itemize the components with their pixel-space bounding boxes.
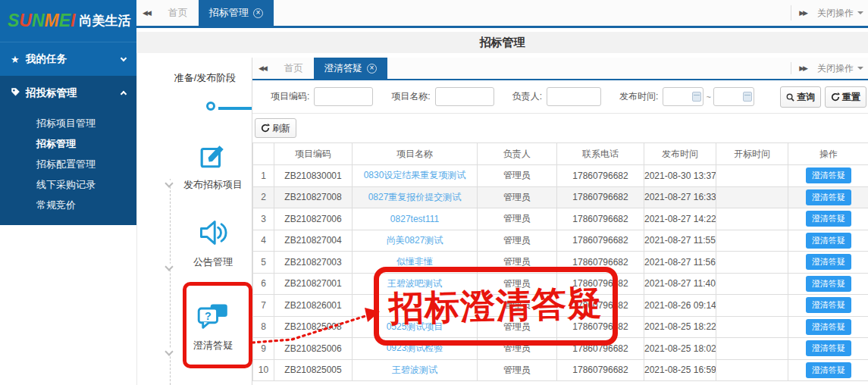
table-body: 1 ZB210830001 0830设定结果重复项测试 管理员 17860796… [253,165,868,381]
sidebar-item-label: 招投标管理 [26,86,121,100]
collapse-tabs-icon[interactable]: ◀◀ [252,64,274,72]
close-operations-dropdown[interactable]: 关闭操作 [817,7,863,20]
project-name-link[interactable]: 0827test111 [390,214,439,224]
star-icon: ★ [11,54,26,65]
project-code-cell: ZB210827006 [274,208,353,230]
col-index [253,143,274,165]
table-row: 7 ZB210826001 管理员 17860796682 2021-08-26… [253,295,868,317]
publish-time-cell: 2021-08-25 18:22 [644,316,716,338]
reset-button-label: 重置 [842,91,860,104]
owner-cell: 管理员 [478,208,557,230]
table-row: 5 ZB210827003 似懂非懂 管理员 17860796682 2021-… [253,252,868,274]
collapse-tabs-icon[interactable]: ◀◀ [136,9,158,17]
sidebar-item-bid-project-mgmt[interactable]: 招标项目管理 [0,113,136,133]
field-project-code: 项目编码: [271,87,373,106]
stage-step-label: 公告管理 [168,255,259,269]
clarify-action-button[interactable]: 澄清答疑 [806,362,851,378]
sidebar-item-my-tasks[interactable]: ★ 我的任务 [0,42,136,76]
calendar-icon[interactable] [692,92,701,102]
phone-cell: 17860796682 [557,359,644,381]
open-time-cell [716,252,788,274]
open-time-cell [716,359,788,381]
stage-step-clarification[interactable]: ? 澄清答疑 [168,303,259,352]
search-icon [786,93,794,102]
logo-letter: E [59,11,71,30]
reset-button[interactable]: 重置 [825,86,866,108]
clarify-action-button[interactable]: 澄清答疑 [806,319,851,335]
clarify-action-button[interactable]: 澄清答疑 [806,189,851,205]
clarify-action-button[interactable]: 澄清答疑 [806,297,851,313]
refresh-button[interactable]: 刷新 [255,118,296,138]
project-code-input[interactable] [314,87,373,106]
field-project-name: 项目名称: [391,87,494,106]
calendar-icon[interactable] [743,92,752,102]
col-project-name: 项目名称 [353,143,478,165]
project-code-cell: ZB210827004 [274,230,353,252]
table-row: 4 ZB210827004 尚美0827测试 管理员 17860796682 2… [253,230,868,252]
caret-down-icon [857,11,863,14]
query-button[interactable]: 查询 [780,86,821,108]
sidebar-item-bidding-mgmt[interactable]: 招投标管理 [0,76,136,110]
close-operations-label: 关闭操作 [817,7,854,20]
publish-time-cell: 2021-08-27 11:56 [644,252,716,274]
clarify-action-button[interactable]: 澄清答疑 [806,254,851,270]
tab-clarification[interactable]: 澄清答疑 × [314,58,387,79]
close-tab-icon[interactable]: × [253,8,263,18]
project-name-link[interactable]: 似懂非懂 [396,256,433,267]
project-code-cell: ZB210827008 [274,186,353,208]
sidebar-item-bid-config-mgmt[interactable]: 招标配置管理 [0,154,136,174]
sidebar-item-bid-mgmt[interactable]: 招标管理 [0,133,136,154]
logo-brand-cn: 尚美生活 [80,12,131,30]
col-project-code: 项目编码 [274,143,353,165]
sidebar-item-regular-bidding[interactable]: 常规竞价 [0,195,136,215]
row-index: 7 [253,295,274,317]
owner-input[interactable] [547,87,601,106]
tab-label: 澄清答疑 [324,58,362,79]
forward-tabs-icon[interactable]: ▶▶ [799,64,807,72]
sidebar-item-label: 我的任务 [26,52,121,66]
row-index: 6 [253,273,274,295]
refresh-icon [261,124,270,133]
close-operations-dropdown[interactable]: 关闭操作 [817,62,863,75]
inner-tabbar: ◀◀ 首页 澄清答疑 × ▶▶ 关闭操作 [252,58,868,80]
project-name-link[interactable]: 尚美0827测试 [387,235,443,246]
tab-bidding-mgmt[interactable]: 招标管理 × [199,0,274,26]
tag-icon [11,87,26,99]
open-time-cell [716,186,788,208]
clarify-action-button[interactable]: 澄清答疑 [806,167,851,183]
field-owner: 负责人: [512,87,601,106]
project-name-input[interactable] [435,87,494,106]
query-button-label: 查询 [797,91,815,104]
sidebar-submenu: 招标项目管理 招标管理 招标配置管理 线下采购记录 常规竞价 [0,110,136,223]
owner-cell: 管理员 [478,316,557,338]
table-row: 8 ZB210825008 0525测试项目 管理员 17860796682 2… [253,316,868,338]
tab-home-inner[interactable]: 首页 [274,58,314,79]
clarify-action-button[interactable]: 澄清答疑 [806,233,851,249]
tab-label: 首页 [168,0,188,26]
tab-label: 首页 [284,58,303,79]
row-index: 2 [253,186,274,208]
row-index: 10 [253,359,274,381]
clarify-action-button[interactable]: 澄清答疑 [806,340,851,356]
tab-home-outer[interactable]: 首页 [158,0,199,26]
clarify-action-button[interactable]: 澄清答疑 [806,276,851,292]
project-name-link[interactable]: 0827重复报价提交测试 [368,192,462,202]
phone-cell: 17860796682 [557,208,644,230]
stage-step-announcement[interactable]: 公告管理 [168,218,259,269]
clarify-action-button[interactable]: 澄清答疑 [806,211,851,227]
project-name-link[interactable]: 0923测试检验 [387,343,443,353]
sidebar-item-offline-purchase[interactable]: 线下采购记录 [0,174,136,195]
project-name-link[interactable]: 0525测试项目 [387,321,443,332]
forward-tabs-icon[interactable]: ▶▶ [799,9,807,17]
project-name-link[interactable]: 0830设定结果重复项测试 [364,170,466,180]
close-tab-icon[interactable]: × [367,64,377,74]
projects-table: 项目编码 项目名称 负责人 联系电话 发布时间 开标时间 操作 1 ZB2108… [252,142,868,381]
project-code-cell: ZB210827001 [274,273,353,295]
row-index: 9 [253,338,274,360]
project-name-link[interactable]: 王碧波测试 [392,365,437,375]
project-name-link[interactable]: 王碧波吧测试 [387,278,442,289]
table-row: 10 ZB210825005 王碧波测试 管理员 17860796682 202… [253,359,868,381]
search-buttons: 查询 重置 [780,86,866,108]
page-title: 招标管理 [136,32,868,53]
stage-step-publish-project[interactable]: 发布招标项目 [168,142,259,192]
